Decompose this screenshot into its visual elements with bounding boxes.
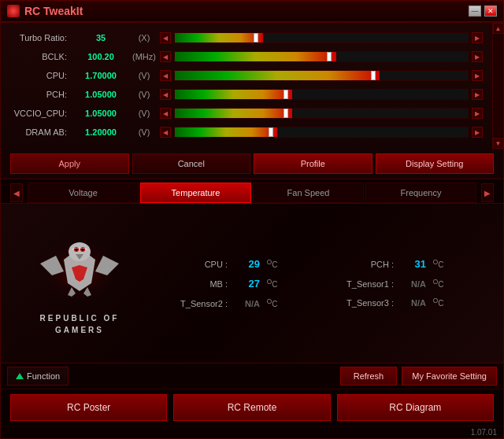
tab-voltage[interactable]: Voltage [28, 183, 139, 203]
slider-row-3: PCH:1.05000(V)◀▶ [10, 86, 483, 103]
slider-label-0: Turbo Ratio: [10, 33, 73, 42]
slider-right-arrow-2[interactable]: ▶ [472, 70, 483, 81]
sliders-panel: Turbo Ratio:35(X)◀▶BCLK:100.20(MHz)◀▶CPU… [1, 23, 503, 149]
cpu-temp-value: 29 [232, 258, 260, 270]
launcher-row: RC Poster RC Remote RC Diagram [1, 389, 503, 426]
slider-thumb-4 [284, 109, 288, 118]
tsensor2-value: N/A [232, 299, 260, 308]
tab-fan-speed[interactable]: Fan Speed [253, 183, 364, 203]
slider-track-5[interactable] [174, 127, 469, 138]
scroll-down-button[interactable]: ▼ [493, 138, 504, 149]
slider-thumb-5 [269, 127, 273, 137]
mb-temp-value: 27 [232, 278, 260, 290]
cancel-button[interactable]: Cancel [132, 153, 251, 174]
slider-right-arrow-4[interactable]: ▶ [472, 108, 483, 119]
temp-row-tsensor1: T_Sensor1 : N/A OC [331, 278, 497, 289]
cpu-temp-unit: OC [265, 258, 278, 269]
tab-frequency[interactable]: Frequency [365, 183, 476, 203]
slider-unit-0: (X) [128, 33, 160, 42]
temp-left-column: CPU : 29 OC MB : 27 OC T_Sensor2 : N/A O… [165, 258, 331, 309]
slider-track-1[interactable] [174, 51, 469, 62]
apply-button[interactable]: Apply [10, 153, 129, 174]
pch-temp-unit: OC [431, 258, 444, 269]
temp-row-tsensor2: T_Sensor2 : N/A OC [165, 297, 331, 308]
slider-left-arrow-0[interactable]: ◀ [160, 32, 171, 43]
slider-thumb-1 [327, 52, 332, 61]
refresh-button[interactable]: Refresh [340, 367, 398, 386]
slider-value-5: 1.20000 [73, 127, 128, 137]
slider-left-arrow-2[interactable]: ◀ [160, 70, 171, 81]
rc-remote-button[interactable]: RC Remote [173, 394, 330, 421]
slider-label-2: CPU: [10, 71, 73, 80]
tsensor1-label: T_Sensor1 : [331, 279, 394, 289]
slider-track-container-2: ◀▶ [160, 70, 483, 81]
slider-thumb-0 [254, 33, 258, 42]
tab-temperature[interactable]: Temperature [140, 183, 251, 203]
close-button[interactable]: ✕ [484, 6, 497, 17]
slider-left-arrow-1[interactable]: ◀ [160, 51, 171, 62]
temperature-data: CPU : 29 OC MB : 27 OC T_Sensor2 : N/A O… [158, 204, 503, 363]
slider-row-4: VCCIO_CPU:1.05000(V)◀▶ [10, 105, 483, 122]
pch-temp-label: PCH : [331, 260, 394, 269]
tsensor1-value: N/A [398, 279, 426, 289]
display-setting-button[interactable]: Display Setting [376, 153, 495, 174]
mb-temp-label: MB : [165, 279, 228, 289]
slider-value-1: 100.20 [73, 52, 128, 61]
function-button[interactable]: Function [7, 367, 69, 386]
temp-row-mb: MB : 27 OC [165, 278, 331, 290]
slider-label-1: BCLK: [10, 52, 73, 61]
tsensor3-value: N/A [398, 298, 426, 308]
slider-right-arrow-3[interactable]: ▶ [472, 89, 483, 100]
profile-button[interactable]: Profile [254, 153, 372, 174]
slider-unit-5: (V) [128, 127, 160, 137]
slider-track-container-1: ◀▶ [160, 51, 483, 62]
slider-track-0[interactable] [174, 32, 469, 43]
triangle-icon [16, 373, 24, 379]
slider-fill-1 [175, 52, 336, 61]
slider-left-arrow-5[interactable]: ◀ [160, 127, 171, 138]
title-bar: RC TweakIt — ✕ [0, 0, 504, 22]
title-bar-left: RC TweakIt [7, 5, 83, 17]
my-favorite-button[interactable]: My Favorite Setting [402, 367, 497, 386]
rc-diagram-button[interactable]: RC Diagram [337, 394, 494, 421]
temp-row-cpu: CPU : 29 OC [165, 258, 331, 270]
slider-fill-0 [175, 33, 263, 42]
tabs-container: ◀ Voltage Temperature Fan Speed Frequenc… [1, 179, 503, 204]
temp-row-pch: PCH : 31 OC [331, 258, 497, 270]
tsensor3-unit: OC [431, 297, 444, 308]
slider-track-container-4: ◀▶ [160, 108, 483, 119]
mb-temp-unit: OC [265, 278, 278, 289]
slider-left-arrow-3[interactable]: ◀ [160, 89, 171, 100]
app-title: RC TweakIt [24, 5, 83, 17]
tsensor2-label: T_Sensor2 : [165, 299, 228, 308]
scroll-up-button[interactable]: ▲ [493, 23, 504, 34]
slider-row-1: BCLK:100.20(MHz)◀▶ [10, 48, 483, 65]
slider-right-arrow-5[interactable]: ▶ [472, 127, 483, 138]
slider-right-arrow-0[interactable]: ▶ [472, 32, 483, 43]
slider-track-container-5: ◀▶ [160, 127, 483, 138]
content-area: REPUBLIC OF GAMERS CPU : 29 OC MB : 27 [1, 204, 503, 363]
slider-left-arrow-4[interactable]: ◀ [160, 108, 171, 119]
slider-track-4[interactable] [174, 108, 469, 119]
title-buttons: — ✕ [469, 6, 497, 17]
tab-left-arrow[interactable]: ◀ [10, 183, 23, 202]
slider-right-arrow-1[interactable]: ▶ [472, 51, 483, 62]
rog-text-line1: REPUBLIC OF [40, 314, 120, 323]
slider-label-3: PCH: [10, 90, 73, 99]
rc-poster-button[interactable]: RC Poster [10, 394, 167, 421]
sliders-section: Turbo Ratio:35(X)◀▶BCLK:100.20(MHz)◀▶CPU… [1, 23, 492, 149]
slider-unit-1: (MHz) [128, 52, 160, 61]
cpu-temp-label: CPU : [165, 260, 228, 269]
bottom-actions: Function Refresh My Favorite Setting [1, 363, 503, 389]
tsensor3-label: T_Sensor3 : [331, 298, 394, 308]
slider-track-3[interactable] [174, 89, 469, 100]
pch-temp-value: 31 [398, 258, 426, 270]
tab-right-arrow[interactable]: ▶ [481, 183, 494, 202]
minimize-button[interactable]: — [469, 6, 481, 17]
scroll-bar[interactable]: ▲ ▼ [492, 23, 503, 149]
slider-label-5: DRAM AB: [10, 127, 73, 137]
slider-row-5: DRAM AB:1.20000(V)◀▶ [10, 124, 483, 141]
slider-fill-5 [175, 127, 277, 137]
slider-value-2: 1.70000 [73, 71, 128, 80]
slider-track-2[interactable] [174, 70, 469, 81]
